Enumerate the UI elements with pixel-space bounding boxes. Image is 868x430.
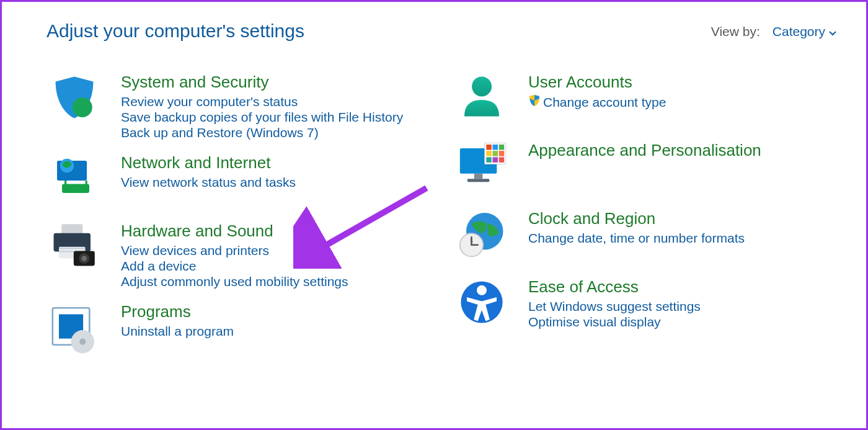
shield-icon	[46, 73, 102, 128]
clock-region-title[interactable]: Clock and Region	[528, 209, 745, 228]
link-review-status[interactable]: Review your computer's status	[121, 94, 403, 109]
svg-point-0	[73, 97, 92, 117]
link-mobility-settings[interactable]: Adjust commonly used mobility settings	[121, 274, 348, 289]
svg-rect-24	[492, 145, 498, 150]
hardware-title[interactable]: Hardware and Sound	[121, 222, 348, 241]
category-user-accounts: User Accounts Change account type	[454, 73, 836, 128]
chevron-down-icon	[829, 24, 836, 39]
network-title[interactable]: Network and Internet	[121, 153, 296, 172]
category-network: Network and Internet View network status…	[46, 153, 429, 209]
right-column: User Accounts Change account type	[454, 73, 836, 370]
svg-rect-31	[498, 157, 504, 163]
svg-rect-5	[86, 181, 87, 186]
category-appearance: Appearance and Personalisation	[454, 141, 836, 197]
link-suggest-settings[interactable]: Let Windows suggest settings	[528, 299, 701, 314]
svg-rect-25	[498, 145, 504, 150]
svg-rect-28	[498, 151, 504, 156]
svg-point-13	[81, 256, 87, 261]
svg-rect-29	[486, 157, 492, 163]
accessibility-icon	[454, 277, 510, 333]
link-date-time-formats[interactable]: Change date, time or number formats	[528, 231, 745, 246]
svg-point-18	[472, 76, 492, 96]
svg-rect-20	[474, 174, 482, 179]
svg-rect-9	[59, 248, 86, 249]
link-change-account-type-text: Change account type	[543, 95, 666, 110]
system-security-title[interactable]: System and Security	[121, 73, 403, 92]
svg-rect-4	[64, 181, 66, 186]
link-uninstall[interactable]: Uninstall a program	[121, 324, 234, 339]
link-network-status[interactable]: View network status and tasks	[121, 175, 296, 190]
programs-title[interactable]: Programs	[121, 302, 234, 321]
svg-rect-27	[492, 151, 498, 156]
category-programs: Programs Uninstall a program	[46, 302, 429, 358]
view-by-dropdown[interactable]: Category	[773, 24, 836, 39]
svg-rect-21	[467, 179, 489, 182]
svg-point-38	[477, 285, 487, 295]
svg-text:L: L	[469, 237, 472, 243]
link-change-account-type[interactable]: Change account type	[528, 94, 666, 110]
svg-rect-30	[492, 157, 498, 163]
link-add-device[interactable]: Add a device	[121, 259, 348, 274]
link-devices-printers[interactable]: View devices and printers	[121, 243, 348, 258]
categories-columns: System and Security Review your computer…	[46, 73, 836, 370]
svg-point-17	[79, 339, 86, 345]
printer-camera-icon	[46, 222, 102, 277]
category-ease-of-access: Ease of Access Let Windows suggest setti…	[454, 277, 836, 333]
uac-shield-icon	[528, 94, 541, 110]
category-system-security: System and Security Review your computer…	[46, 73, 429, 141]
programs-icon	[46, 302, 102, 358]
view-by-label: View by:	[711, 24, 760, 39]
globe-clock-icon: L	[454, 209, 510, 265]
link-optimise-display[interactable]: Optimise visual display	[528, 315, 701, 329]
header-bar: Adjust your computer's settings View by:…	[46, 20, 836, 42]
svg-rect-26	[486, 151, 492, 156]
svg-rect-23	[486, 145, 492, 150]
link-backup-restore[interactable]: Back up and Restore (Windows 7)	[121, 125, 403, 140]
view-by-value-text: Category	[773, 24, 825, 39]
category-hardware: Hardware and Sound View devices and prin…	[46, 222, 429, 290]
user-accounts-title[interactable]: User Accounts	[528, 73, 666, 92]
appearance-icon	[454, 141, 510, 197]
left-column: System and Security Review your computer…	[46, 73, 429, 370]
link-file-history[interactable]: Save backup copies of your files with Fi…	[121, 110, 403, 125]
control-panel-window: Adjust your computer's settings View by:…	[0, 0, 868, 430]
ease-of-access-title[interactable]: Ease of Access	[528, 277, 701, 297]
network-icon	[46, 153, 102, 209]
view-by-container: View by: Category	[711, 24, 836, 39]
user-icon	[454, 73, 510, 128]
category-clock-region: L Clock and Region Change date, time or …	[454, 209, 836, 265]
appearance-title[interactable]: Appearance and Personalisation	[528, 141, 761, 160]
page-title: Adjust your computer's settings	[46, 20, 304, 42]
